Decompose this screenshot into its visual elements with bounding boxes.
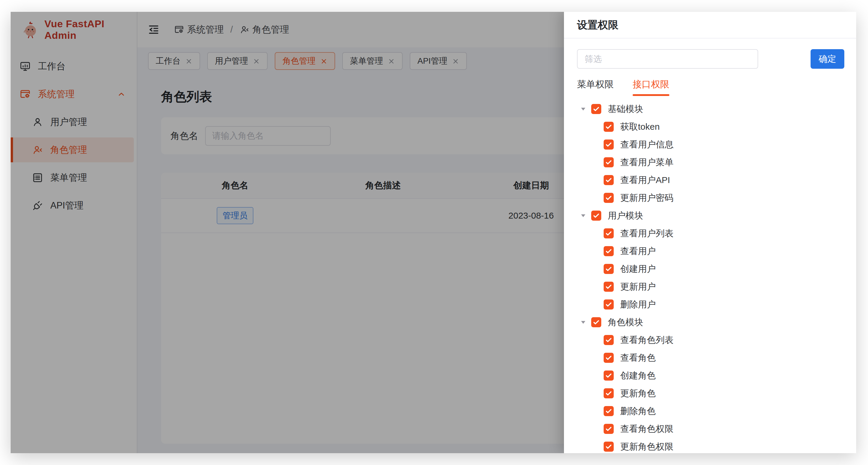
tree-node-label: 查看用户 [620,245,656,257]
tree-node-label: 更新用户 [620,281,656,293]
checkbox-checked[interactable] [603,442,614,452]
tree-node-label: 创建角色 [620,370,656,382]
checkbox-checked[interactable] [591,104,601,114]
checkbox-checked[interactable] [603,371,614,381]
checkbox-checked[interactable] [603,424,614,434]
confirm-button[interactable]: 确定 [811,49,844,69]
tree-node-更新用户密码[interactable]: 更新用户密码 [603,189,844,207]
checkbox-checked[interactable] [603,140,614,150]
tree-node-基础模块[interactable]: 基础模块 [579,100,844,118]
tree-node-更新用户[interactable]: 更新用户 [603,278,844,296]
tree-node-label: 删除角色 [620,405,656,417]
caret-down-icon [579,318,587,326]
tree-node-查看用户信息[interactable]: 查看用户信息 [603,136,844,153]
tree-node-查看用户[interactable]: 查看用户 [603,242,844,260]
tree-node-label: 获取token [620,121,659,133]
tree-node-用户模块[interactable]: 用户模块 [579,207,844,225]
tree-node-更新角色[interactable]: 更新角色 [603,384,844,402]
tree-node-角色模块[interactable]: 角色模块 [579,313,844,331]
tree-node-获取token[interactable]: 获取token [603,118,844,136]
tree-node-查看用户菜单[interactable]: 查看用户菜单 [603,153,844,171]
permission-tab-接口权限[interactable]: 接口权限 [633,78,669,96]
tree-node-label: 更新角色 [620,387,656,400]
tree-node-label: 删除用户 [620,298,656,311]
tree-node-label: 查看角色 [620,352,656,364]
checkbox-checked[interactable] [603,406,614,416]
checkbox-checked[interactable] [603,157,614,167]
tree-node-删除用户[interactable]: 删除用户 [603,296,844,313]
caret-down-icon [579,212,587,220]
drawer-toolbar: 确定 [577,49,844,69]
tree-node-创建角色[interactable]: 创建角色 [603,367,844,384]
tree-node-查看角色权限[interactable]: 查看角色权限 [603,420,844,438]
tree-node-label: 更新角色权限 [620,441,674,453]
tree-node-更新角色权限[interactable]: 更新角色权限 [603,438,844,453]
checkbox-checked[interactable] [603,353,614,363]
tree-node-label: 基础模块 [608,103,643,115]
caret-down-icon [579,105,587,113]
permission-filter-input[interactable] [577,49,758,69]
tree-node-label: 查看用户菜单 [620,156,674,169]
drawer-title: 设置权限 [564,12,856,38]
checkbox-checked[interactable] [603,388,614,398]
page-background: Vue FastAPI Admin 工作台系统管理用户管理角色管理菜单管理API… [0,0,868,465]
tree-node-label: 查看角色列表 [620,334,674,346]
checkbox-checked[interactable] [603,246,614,256]
tree-node-label: 查看用户API [620,174,670,186]
tree-node-label: 更新用户密码 [620,192,674,204]
tree-node-label: 用户模块 [608,210,643,222]
tree-node-创建用户[interactable]: 创建用户 [603,260,844,278]
permission-tree: 基础模块获取token查看用户信息查看用户菜单查看用户API更新用户密码用户模块… [577,100,844,453]
checkbox-checked[interactable] [603,175,614,185]
tree-node-查看用户列表[interactable]: 查看用户列表 [603,225,844,242]
set-permissions-drawer: 设置权限 确定 菜单权限接口权限 基础模块获取token查看用户信息查看用户菜单… [564,12,856,453]
app-window: Vue FastAPI Admin 工作台系统管理用户管理角色管理菜单管理API… [11,12,856,453]
tree-node-label: 查看角色权限 [620,423,674,435]
checkbox-checked[interactable] [603,264,614,274]
checkbox-checked[interactable] [603,299,614,310]
drawer-body: 确定 菜单权限接口权限 基础模块获取token查看用户信息查看用户菜单查看用户A… [564,38,856,453]
checkbox-checked[interactable] [603,193,614,203]
checkbox-checked[interactable] [603,282,614,292]
tree-node-label: 创建用户 [620,263,656,275]
checkbox-checked[interactable] [603,335,614,345]
checkbox-checked[interactable] [603,228,614,238]
tree-node-查看角色[interactable]: 查看角色 [603,349,844,367]
permission-tabs: 菜单权限接口权限 [577,78,844,96]
tree-node-删除角色[interactable]: 删除角色 [603,402,844,420]
tree-node-label: 角色模块 [608,316,643,328]
tree-node-查看用户API[interactable]: 查看用户API [603,171,844,189]
checkbox-checked[interactable] [591,317,601,327]
tree-node-查看角色列表[interactable]: 查看角色列表 [603,331,844,349]
checkbox-checked[interactable] [603,122,614,132]
permission-tab-菜单权限[interactable]: 菜单权限 [577,78,614,96]
tree-node-label: 查看用户列表 [620,228,674,240]
tree-node-label: 查看用户信息 [620,139,674,151]
checkbox-checked[interactable] [591,211,601,221]
